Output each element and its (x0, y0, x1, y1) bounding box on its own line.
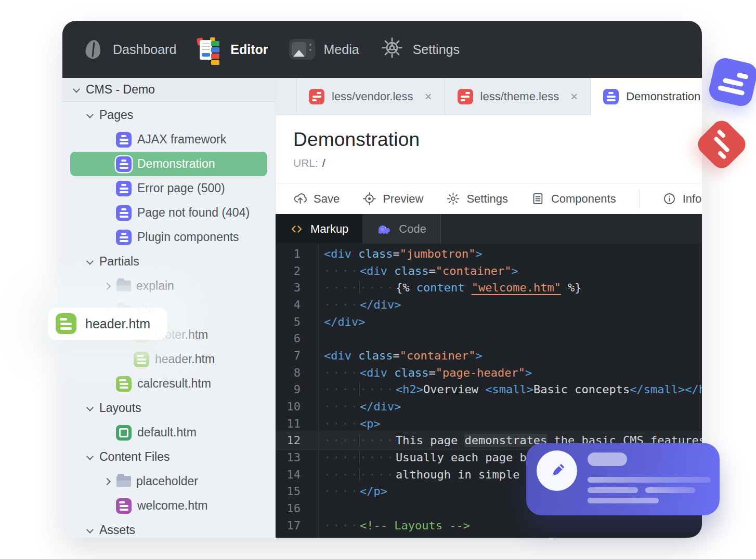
tab-vendor-less[interactable]: less/vendor.less × (296, 78, 445, 115)
less-file-icon (458, 89, 473, 104)
top-nav: Dashboard Editor Media (62, 21, 702, 78)
skeleton-bar (588, 487, 638, 493)
gear-icon (380, 36, 404, 63)
code-line[interactable]: 11····<p> (276, 415, 702, 432)
settings-button[interactable]: Settings (446, 192, 508, 206)
page-icon (116, 132, 132, 148)
nav-label: Editor (230, 42, 268, 57)
code-text: ····</div> (313, 400, 401, 413)
chevron-down-icon (86, 526, 94, 533)
tab-theme-less[interactable]: less/theme.less × (445, 78, 591, 115)
code-text: ····<h2>Layouts</h2> (313, 536, 470, 538)
chevron-down-icon (86, 111, 94, 118)
sidebar-header-label: CMS - Demo (86, 83, 155, 97)
tree-section-partials[interactable]: Partials (62, 249, 275, 274)
code-line[interactable]: 5</div> (276, 313, 702, 330)
tree-item[interactable]: default.htm (62, 420, 275, 445)
code-text: ········Usually each page bui (313, 451, 540, 464)
tree-item-selected[interactable]: Demonstration (70, 152, 267, 176)
tree-folder[interactable]: placeholder (62, 469, 275, 494)
folder-icon (116, 281, 131, 291)
tree-folder[interactable]: explain (62, 274, 275, 298)
line-number: 10 (276, 400, 313, 413)
nav-item-editor[interactable]: Editor (197, 37, 268, 62)
line-number: 18 (276, 536, 313, 538)
line-number: 2 (276, 264, 313, 277)
annotation-card (526, 443, 720, 515)
code-line[interactable]: 9········<h2>Overview <small>Basic conce… (276, 381, 702, 398)
tree-section-content-files[interactable]: Content Files (62, 445, 275, 469)
tree-item[interactable]: Error page (500) (62, 176, 275, 201)
code-text: ········<h2>Overview <small>Basic concep… (313, 383, 702, 396)
close-icon[interactable]: × (425, 90, 432, 103)
tab-code[interactable]: Code (362, 214, 441, 244)
code-line[interactable]: 7<div class="container"> (276, 347, 702, 364)
editor-mode-tabs: Markup Code (276, 214, 702, 244)
code-text: ········although in simple ca (313, 468, 540, 481)
page-title: Demonstration (293, 129, 702, 151)
cloud-upload-icon (293, 192, 307, 206)
sidebar-header[interactable]: CMS - Demo (62, 78, 275, 102)
save-button[interactable]: Save (293, 192, 340, 206)
tree-item[interactable]: AJAX framework (62, 127, 275, 152)
code-text: </div> (313, 315, 365, 328)
layout-icon (116, 425, 132, 441)
line-number: 3 (276, 281, 313, 294)
code-text: ····<div class="page-header"> (313, 366, 532, 379)
tree-section-pages[interactable]: Pages (62, 103, 275, 127)
page-icon (116, 156, 132, 172)
angle-brackets-icon (290, 223, 304, 235)
drag-ghost[interactable]: header.htm (48, 308, 167, 340)
code-line[interactable]: 1<div class="jumbotron"> (276, 245, 702, 262)
nav-item-dashboard[interactable]: Dashboard (83, 39, 176, 60)
skeleton-bar (588, 452, 627, 466)
document-lines-icon (531, 192, 545, 206)
line-number: 13 (276, 451, 313, 464)
page-icon (603, 89, 619, 104)
code-line[interactable]: 17····<!-- Layouts --> (276, 517, 702, 534)
tree-section-layouts[interactable]: Layouts (62, 396, 275, 420)
chevron-down-icon (86, 404, 94, 411)
tree-item[interactable]: Plugin components (62, 225, 275, 249)
tree-item[interactable]: Page not found (404) (62, 201, 275, 225)
info-circle-icon (662, 192, 676, 206)
tree-item[interactable]: header.htm (62, 347, 275, 371)
code-line[interactable]: 18····<h2>Layouts</h2> (276, 534, 702, 538)
components-button[interactable]: Components (531, 192, 616, 206)
code-line[interactable]: 10····</div> (276, 398, 702, 415)
code-line[interactable]: 8····<div class="page-header"> (276, 364, 702, 381)
toolbar-divider (639, 190, 640, 208)
media-icon (289, 39, 315, 60)
nav-item-media[interactable]: Media (289, 39, 359, 60)
code-text: ····<p> (313, 417, 381, 430)
tab-markup[interactable]: Markup (276, 214, 362, 244)
toolbar: Save Preview Setting (276, 183, 702, 214)
slash-lines-badge-icon (694, 116, 749, 172)
line-number: 12 (276, 434, 313, 447)
nav-item-settings[interactable]: Settings (380, 36, 460, 63)
tab-demonstration[interactable]: Demonstration × (591, 78, 702, 115)
code-line[interactable]: 4····</div> (276, 296, 702, 313)
nav-label: Settings (413, 42, 460, 57)
line-number: 1 (276, 247, 313, 260)
tree-item[interactable]: calcresult.htm (62, 371, 275, 396)
line-number: 8 (276, 366, 313, 379)
code-text: ····</div> (313, 298, 401, 311)
preview-button[interactable]: Preview (362, 192, 423, 206)
code-line[interactable]: 3········{% content "welcome.htm" %} (276, 279, 702, 296)
document-tabs: less/vendor.less × less/theme.less × Dem… (276, 78, 702, 115)
chevron-down-icon (86, 257, 94, 264)
partial-icon (134, 352, 149, 367)
tree-item[interactable]: welcome.htm (62, 494, 275, 518)
line-number: 9 (276, 383, 313, 396)
code-line[interactable]: 6 (276, 330, 702, 347)
tree-section-assets[interactable]: Assets (62, 518, 275, 538)
line-number: 15 (276, 485, 313, 498)
page-icon (116, 205, 132, 221)
code-line[interactable]: 2····<div class="container"> (276, 262, 702, 280)
close-icon[interactable]: × (570, 90, 578, 103)
chevron-down-icon (86, 452, 94, 460)
page-lines-badge-icon (707, 56, 756, 109)
editor-icon (197, 37, 221, 62)
info-button[interactable]: Info (662, 192, 702, 206)
